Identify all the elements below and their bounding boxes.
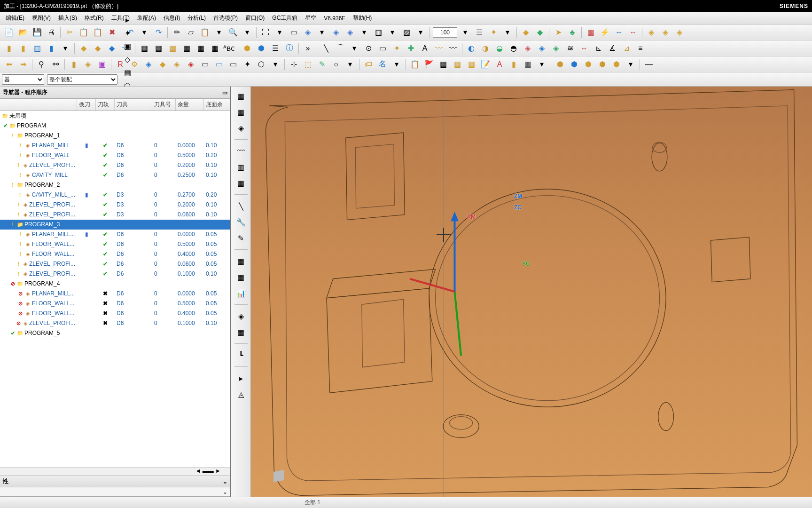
cube2-icon[interactable]: ◈	[329, 26, 343, 39]
undo-dd-icon[interactable]: ▾	[138, 26, 151, 39]
gen4-icon[interactable]: ▦	[180, 42, 193, 55]
mid-btn-0[interactable]: ▦	[234, 89, 248, 103]
proj1-icon[interactable]: ◐	[465, 42, 478, 55]
menu-1[interactable]: 视图(V)	[28, 13, 55, 23]
font-icon[interactable]: A	[493, 58, 506, 71]
filter-select-1[interactable]: 器	[2, 74, 44, 85]
rect-icon[interactable]: ▭	[376, 42, 389, 55]
3d-viewport[interactable]: ZM ZC YC XM	[251, 87, 812, 497]
op1-icon[interactable]: ▮	[2, 42, 16, 55]
unlink-icon[interactable]: ⚯	[49, 58, 62, 71]
chart-icon[interactable]: ▦	[465, 58, 478, 71]
tree-body[interactable]: 📁未用项✔📁PROGRAM!📁PROGRAM_1!◈PLANAR_MILL▮✔D…	[0, 111, 230, 467]
meas3-icon[interactable]: ∡	[606, 42, 619, 55]
mid-btn-8[interactable]: ╲	[234, 199, 248, 213]
tree-row[interactable]: !◈FLOOR_WALL...✔D600.40000.05	[0, 249, 230, 259]
proj3-icon[interactable]: ◒	[493, 42, 506, 55]
note-icon[interactable]: 📝	[479, 58, 492, 71]
tree-row[interactable]: !◈PLANAR_MILL▮✔D600.00000.10	[0, 141, 230, 151]
diamond1-icon[interactable]: ◆	[519, 26, 532, 39]
menu-10[interactable]: GC工具箱	[268, 13, 301, 23]
clip-icon[interactable]: ▨	[400, 26, 413, 39]
sheet3-icon[interactable]: ◈	[170, 58, 183, 71]
cube-red-icon[interactable]: ◈	[184, 58, 197, 71]
sheet1-icon[interactable]: ◈	[142, 58, 155, 71]
tree-row[interactable]: !◈ZLEVEL_PROFI...✔D600.06000.05	[0, 259, 230, 269]
new-icon[interactable]: 📄	[2, 26, 16, 39]
open-icon[interactable]: 📂	[16, 26, 30, 39]
mid-btn-22[interactable]: ◬	[234, 388, 248, 401]
name-dd[interactable]: ▾	[390, 58, 403, 71]
tree-row[interactable]: !📁PROGRAM_1	[0, 131, 230, 141]
ruler2-icon[interactable]: ↔	[626, 26, 640, 39]
tree-row[interactable]: ⊘◈PLANAR_MILL...✖D600.00000.05	[0, 289, 230, 299]
tree-row[interactable]: ⊘📁PROGRAM_4	[0, 279, 230, 289]
hex-dd[interactable]: ▾	[269, 58, 282, 71]
meas1-icon[interactable]: ↔	[578, 42, 591, 55]
fb2-icon[interactable]: ✦	[121, 27, 134, 40]
save-icon[interactable]: 💾	[31, 26, 44, 39]
tree-row[interactable]: 📁未用项	[0, 111, 230, 121]
asm1-icon[interactable]: ⬢	[554, 58, 567, 71]
text-icon[interactable]: ᴬʙᴄ	[222, 42, 235, 55]
tree-row[interactable]: ⊘◈FLOOR_WALL...✖D600.50000.05	[0, 299, 230, 309]
clip-dd[interactable]: ▾	[414, 26, 427, 39]
mid-btn-13[interactable]: ▦	[234, 270, 248, 284]
tree-row[interactable]: !◈ZLEVEL_PROFI...✔D600.10000.10	[0, 269, 230, 279]
proj6-icon[interactable]: ◈	[535, 42, 548, 55]
panel-toggle-icon[interactable]: ▭	[222, 89, 227, 96]
tree-row[interactable]: ✔📁PROGRAM_5	[0, 328, 230, 338]
back-icon[interactable]: ⬅	[2, 58, 16, 71]
sheet6-icon[interactable]: ▭	[226, 58, 240, 71]
col-rem[interactable]: 余量	[176, 99, 204, 111]
menu-7[interactable]: 分析(L)	[184, 13, 210, 23]
curve2-icon[interactable]: 〰	[446, 42, 460, 55]
bolt-icon[interactable]: ⚡	[598, 26, 611, 39]
list1-icon[interactable]: ☰	[473, 26, 486, 39]
star-icon[interactable]: ✦	[390, 42, 403, 55]
menu-0[interactable]: 编辑(E)	[2, 13, 28, 23]
cube1-dd[interactable]: ▾	[315, 26, 328, 39]
mid-btn-9[interactable]: 🔧	[234, 215, 248, 229]
filter-select-2[interactable]: 整个装配	[47, 74, 117, 85]
line-icon[interactable]: ╲	[320, 42, 333, 55]
gold2-icon[interactable]: ◈	[659, 26, 672, 39]
gen2-icon[interactable]: ▦	[152, 42, 165, 55]
menu-6[interactable]: 信息(I)	[160, 13, 184, 23]
view-triad-icon[interactable]	[265, 466, 289, 490]
box-icon[interactable]: ▭	[287, 26, 300, 39]
link-icon[interactable]: ⚲	[35, 58, 48, 71]
tree-row[interactable]: !◈CAVITY_MILL_...▮✔D300.27000.20	[0, 190, 230, 200]
mill2-icon[interactable]: ◆	[91, 42, 104, 55]
zoom-input[interactable]	[433, 27, 457, 38]
tool3-icon[interactable]: ☰	[269, 42, 282, 55]
menu-8[interactable]: 首选项(P)	[210, 13, 242, 23]
arc-dd[interactable]: ▾	[348, 42, 361, 55]
menu-3[interactable]: 格式(R)	[81, 13, 108, 23]
copy2-icon[interactable]: 📋	[408, 58, 422, 71]
grid-icon[interactable]: ▦	[584, 26, 597, 39]
fwd-icon[interactable]: ➡	[16, 58, 30, 71]
solid2-icon[interactable]: ◈	[81, 58, 94, 71]
solid3-icon[interactable]: ▣	[95, 58, 109, 71]
gen5-icon[interactable]: ▦	[194, 42, 207, 55]
tree-row[interactable]: ✔📁PROGRAM	[0, 121, 230, 131]
mid-btn-21[interactable]: ▸	[234, 372, 248, 385]
cut-icon[interactable]: ✂	[63, 26, 76, 39]
fb4-icon[interactable]: ◇	[121, 53, 134, 66]
mid-btn-6[interactable]: ▦	[234, 176, 248, 190]
cross-icon[interactable]: ✚	[404, 42, 417, 55]
mid-btn-4[interactable]: 〰	[234, 144, 248, 158]
sheet4-icon[interactable]: ▭	[198, 58, 211, 71]
delete-icon[interactable]: ✖	[105, 26, 118, 39]
fb5-icon[interactable]: ▦	[121, 66, 134, 79]
mill3-icon[interactable]: ◆	[105, 42, 118, 55]
tool2-icon[interactable]: ⬢	[255, 42, 268, 55]
table-icon[interactable]: ▦	[437, 58, 450, 71]
proj2-icon[interactable]: ◑	[479, 42, 492, 55]
frame-icon[interactable]: ▱	[184, 26, 197, 39]
coord-icon[interactable]: ⊹	[287, 58, 300, 71]
print-icon[interactable]: 🖨	[45, 26, 58, 39]
calc-icon[interactable]: ▦	[521, 58, 534, 71]
mid-btn-5[interactable]: ▥	[234, 160, 248, 174]
